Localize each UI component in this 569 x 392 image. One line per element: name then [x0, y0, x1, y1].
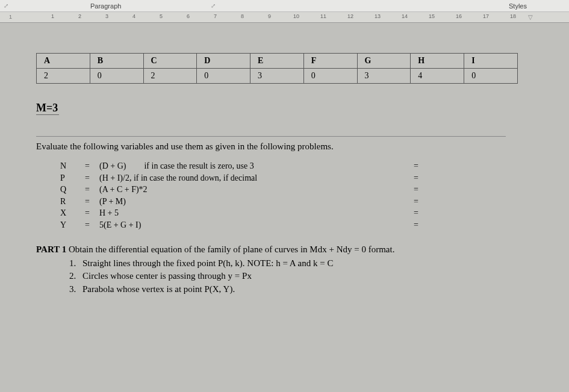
- list-item: 1. Straight lines through the fixed poin…: [69, 257, 551, 270]
- ruler-tick: 1: [51, 13, 54, 19]
- variable-assignment-table: A B C D E F G H I 2 0 2 0 3 0 3 4 0: [36, 53, 518, 84]
- list-item: 3. Parabola whose vertex is at point P(X…: [69, 283, 551, 296]
- table-value-cell: 0: [90, 69, 143, 84]
- var-name: Q: [60, 184, 75, 196]
- table-header-cell: D: [197, 54, 250, 69]
- ribbon-toolbar: ⤢ Paragraph ⤢ Styles: [0, 0, 569, 12]
- problem-list: 1. Straight lines through the fixed poin…: [69, 257, 551, 296]
- table-header-cell: C: [143, 54, 197, 69]
- item-text: Parabola whose vertex is at point P(X, Y…: [82, 283, 235, 296]
- var-condition: if in case the result is zero, use 3: [144, 160, 253, 172]
- dialog-launcher-icon[interactable]: ⤢: [0, 2, 12, 9]
- ruler-tick: 18: [510, 13, 516, 19]
- table-row: A B C D E F G H I: [37, 54, 518, 69]
- document-page[interactable]: A B C D E F G H I 2 0 2 0 3 0 3 4 0 M=3 …: [0, 23, 569, 296]
- ruler-tick: 5: [160, 13, 163, 19]
- var-expression: (A + C + F)*2: [99, 184, 148, 196]
- item-number: 1.: [69, 257, 82, 270]
- table-header-cell: G: [357, 54, 411, 69]
- equals-sign: =: [75, 172, 99, 184]
- right-equals: =: [414, 184, 418, 196]
- ruler-tick: 10: [293, 13, 299, 19]
- table-header-cell: F: [303, 54, 357, 69]
- table-value-cell: 3: [250, 69, 304, 84]
- ruler-tick: 11: [320, 13, 326, 19]
- var-expression: 5(E + G + I): [99, 219, 141, 231]
- var-expression: (P + M): [99, 196, 126, 208]
- table-value-cell: 0: [303, 69, 357, 84]
- table-value-cell: 2: [37, 69, 90, 84]
- table-header-cell: I: [464, 54, 518, 69]
- ruler-tick: 12: [347, 13, 353, 19]
- var-name: N: [60, 160, 75, 172]
- horizontal-ruler[interactable]: 1 1 2 3 4 5 6 7 8 9 10 11 12 13 14 15 16…: [0, 12, 569, 23]
- table-header-cell: B: [90, 54, 143, 69]
- table-header-cell: H: [411, 54, 464, 69]
- var-name: X: [60, 207, 75, 219]
- ruler-tick: 14: [402, 13, 408, 19]
- variable-definitions: N = (D + G) if in case the result is zer…: [60, 160, 551, 231]
- equals-sign: =: [75, 196, 99, 208]
- ruler-tick: 15: [429, 13, 435, 19]
- var-row: N = (D + G) if in case the result is zer…: [60, 160, 551, 172]
- ruler-tick: 17: [483, 13, 489, 19]
- var-expression: H + 5: [99, 207, 119, 219]
- ruler-tick: 3: [105, 13, 108, 19]
- var-name: Y: [60, 219, 75, 231]
- paragraph-group-label: Paragraph: [90, 2, 121, 10]
- table-header-cell: A: [37, 54, 90, 69]
- equals-sign: =: [75, 207, 99, 219]
- var-row: Y = 5(E + G + I) =: [60, 219, 551, 231]
- part1-label: PART 1: [36, 244, 66, 254]
- var-name: R: [60, 196, 75, 208]
- styles-group-label: Styles: [509, 2, 527, 10]
- equals-sign: =: [75, 219, 99, 231]
- table-value-cell: 0: [197, 69, 250, 84]
- var-expression: (H + I)/2, if in case the round down, if…: [99, 172, 257, 184]
- ruler-tick: 2: [78, 13, 81, 19]
- right-equals: =: [414, 196, 418, 208]
- table-header-cell: E: [250, 54, 304, 69]
- list-item: 2. Circles whose center is passing throu…: [69, 270, 551, 283]
- m-value-text: M=3: [36, 102, 59, 115]
- ruler-tick: 6: [187, 13, 190, 19]
- item-number: 2.: [69, 270, 82, 283]
- var-row: P = (H + I)/2, if in case the round down…: [60, 172, 551, 184]
- table-row: 2 0 2 0 3 0 3 4 0: [37, 69, 518, 84]
- paragraph-dialog-icon[interactable]: ⤢: [211, 2, 216, 9]
- item-text: Circles whose center is passing through …: [82, 270, 252, 283]
- var-expression: (D + G): [99, 160, 126, 172]
- ruler-tick: 9: [268, 13, 271, 19]
- ruler-tick: 7: [214, 13, 217, 19]
- var-row: X = H + 5 =: [60, 207, 551, 219]
- var-row: Q = (A + C + F)*2 =: [60, 184, 551, 196]
- instruction-text: Evaluate the following variables and use…: [36, 136, 506, 152]
- part1-text: Obtain the differential equation of the …: [66, 244, 394, 254]
- ruler-tick: 13: [375, 13, 381, 19]
- ruler-indent-marker-icon[interactable]: ▽: [528, 14, 533, 20]
- right-equals: =: [414, 160, 418, 172]
- table-value-cell: 4: [411, 69, 464, 84]
- ruler-left-number: 1: [9, 14, 12, 20]
- ruler-tick: 16: [456, 13, 462, 19]
- table-value-cell: 3: [357, 69, 411, 84]
- part1-heading: PART 1 Obtain the differential equation …: [36, 244, 506, 255]
- item-text: Straight lines through the fixed point P…: [82, 257, 333, 270]
- equals-sign: =: [75, 160, 99, 172]
- table-value-cell: 2: [143, 69, 197, 84]
- var-row: R = (P + M) =: [60, 196, 551, 208]
- ruler-tick: 4: [132, 13, 135, 19]
- var-name: P: [60, 172, 75, 184]
- right-equals: =: [414, 219, 418, 231]
- right-equals: =: [414, 172, 418, 184]
- ruler-tick: 8: [241, 13, 244, 19]
- table-value-cell: 0: [464, 69, 518, 84]
- equals-sign: =: [75, 184, 99, 196]
- item-number: 3.: [69, 283, 82, 296]
- right-equals: =: [414, 207, 418, 219]
